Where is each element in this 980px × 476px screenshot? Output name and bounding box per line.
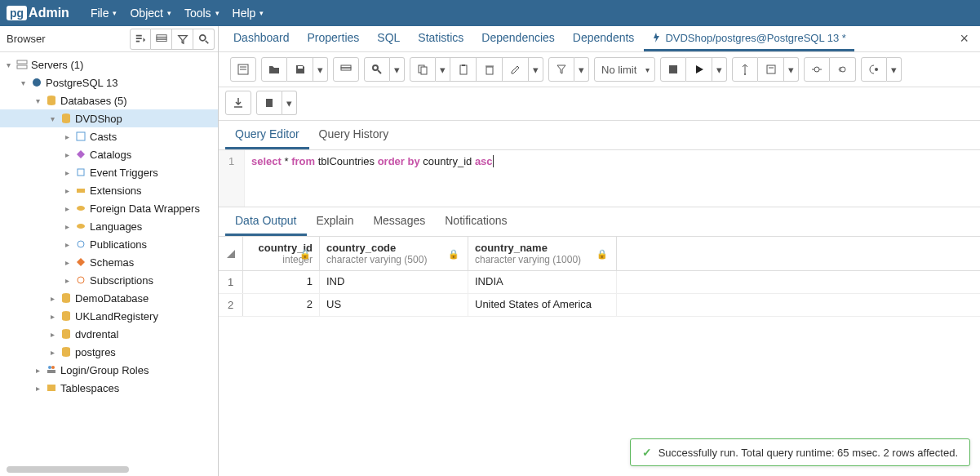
tree-servers[interactable]: ▾Servers (1) bbox=[0, 56, 218, 73]
tab-dependents[interactable]: Dependents bbox=[565, 26, 643, 51]
tree-dvdrental[interactable]: ▸dvdrental bbox=[0, 325, 218, 343]
tree-publications[interactable]: ▸Publications bbox=[0, 235, 218, 253]
search-icon[interactable] bbox=[193, 29, 215, 50]
tree-databases[interactable]: ▾Databases (5) bbox=[0, 91, 218, 109]
servers-icon bbox=[16, 58, 29, 71]
tree-login-roles[interactable]: ▸Login/Group Roles bbox=[0, 361, 218, 379]
clear-dropdown-icon[interactable]: ▾ bbox=[282, 91, 297, 115]
top-menubar: pg Admin File Object Tools Help bbox=[0, 0, 980, 26]
tab-dependencies[interactable]: Dependencies bbox=[473, 26, 563, 51]
svg-point-16 bbox=[78, 277, 84, 283]
delete-icon[interactable] bbox=[477, 57, 503, 82]
col-country-name[interactable]: country_namecharacter varying (1000)🔒 bbox=[468, 237, 617, 270]
tree-postgresdb[interactable]: ▸postgres bbox=[0, 343, 218, 361]
filter-dropdown-icon[interactable]: ▾ bbox=[574, 57, 589, 82]
find-dropdown-icon[interactable]: ▾ bbox=[390, 57, 405, 82]
tab-notifications[interactable]: Notifications bbox=[435, 207, 517, 236]
view-data-icon[interactable] bbox=[151, 29, 172, 50]
tree-ukland[interactable]: ▸UKLandRegistery bbox=[0, 307, 218, 325]
find-icon[interactable] bbox=[364, 57, 390, 82]
tab-explain[interactable]: Explain bbox=[307, 207, 364, 236]
close-tab-icon[interactable]: × bbox=[955, 30, 973, 47]
tree-catalogs[interactable]: ▸Catalogs bbox=[0, 145, 218, 163]
copy-sql-icon[interactable] bbox=[333, 57, 359, 82]
tree-event-triggers[interactable]: ▸Event Triggers bbox=[0, 163, 218, 181]
explain-analyze-icon[interactable] bbox=[758, 57, 784, 82]
save-icon[interactable] bbox=[287, 57, 313, 82]
menu-tools[interactable]: Tools bbox=[178, 3, 226, 23]
stop-icon[interactable] bbox=[660, 57, 686, 82]
col-country-id[interactable]: country_idinteger🔒 bbox=[243, 237, 320, 270]
sql-code[interactable]: select * from tblCountries order by coun… bbox=[245, 150, 980, 207]
limit-select[interactable]: No limit bbox=[594, 57, 655, 82]
elephant-icon bbox=[30, 76, 43, 89]
svg-point-3 bbox=[199, 34, 205, 40]
macros-dropdown-icon[interactable]: ▾ bbox=[887, 57, 902, 82]
tree-tablespaces[interactable]: ▸Tablespaces bbox=[0, 379, 218, 397]
tree-demodb[interactable]: ▸DemoDatabase bbox=[0, 289, 218, 307]
commit-icon[interactable] bbox=[804, 57, 830, 82]
tab-dashboard[interactable]: Dashboard bbox=[225, 26, 298, 51]
tab-statistics[interactable]: Statistics bbox=[410, 26, 472, 51]
table-row[interactable]: 1 1 IND INDIA bbox=[219, 271, 980, 294]
tab-messages[interactable]: Messages bbox=[363, 207, 435, 236]
macros-icon[interactable] bbox=[861, 57, 887, 82]
execute-icon[interactable] bbox=[686, 57, 712, 82]
copy-icon[interactable] bbox=[410, 57, 436, 82]
tree-pg13[interactable]: ▾PostgreSQL 13 bbox=[0, 73, 218, 91]
rollback-icon[interactable] bbox=[830, 57, 856, 82]
scrollbar[interactable] bbox=[7, 466, 129, 473]
edit-icon[interactable] bbox=[503, 57, 529, 82]
database-icon bbox=[60, 345, 73, 358]
object-tree[interactable]: ▾Servers (1) ▾PostgreSQL 13 ▾Databases (… bbox=[0, 52, 218, 476]
execute-dropdown-icon[interactable]: ▾ bbox=[712, 57, 727, 82]
clear-icon[interactable] bbox=[256, 91, 282, 115]
svg-rect-11 bbox=[78, 169, 84, 176]
tab-data-output[interactable]: Data Output bbox=[225, 207, 307, 236]
status-message: Successfully run. Total query runtime: 6… bbox=[659, 447, 958, 459]
download-icon[interactable] bbox=[225, 91, 251, 115]
svg-point-43 bbox=[814, 67, 819, 72]
explain-icon[interactable] bbox=[732, 57, 758, 82]
copy-dropdown-icon[interactable]: ▾ bbox=[436, 57, 450, 82]
tree-fdw[interactable]: ▸Foreign Data Wrappers bbox=[0, 199, 218, 217]
col-country-code[interactable]: country_codecharacter varying (500)🔒 bbox=[320, 237, 468, 270]
filter-icon[interactable] bbox=[548, 57, 574, 82]
tab-query-editor[interactable]: Query Editor bbox=[225, 121, 309, 149]
tree-subscriptions[interactable]: ▸Subscriptions bbox=[0, 271, 218, 289]
corner-cell[interactable] bbox=[219, 237, 243, 270]
tab-query-tool[interactable]: DVDShop/postgres@PostgreSQL 13 * bbox=[644, 27, 854, 51]
edit-dropdown-icon[interactable]: ▾ bbox=[529, 57, 543, 82]
tree-dvdshop[interactable]: ▾DVDShop bbox=[0, 109, 218, 127]
tab-query-history[interactable]: Query History bbox=[309, 121, 399, 149]
tab-sql[interactable]: SQL bbox=[369, 26, 408, 51]
svg-rect-41 bbox=[767, 65, 775, 73]
menu-file[interactable]: File bbox=[84, 3, 124, 23]
menu-help[interactable]: Help bbox=[226, 3, 271, 23]
query-tool-icon[interactable] bbox=[130, 29, 151, 50]
explain-dropdown-icon[interactable]: ▾ bbox=[784, 57, 799, 82]
menu-object[interactable]: Object bbox=[123, 3, 177, 23]
paste-icon[interactable] bbox=[450, 57, 477, 82]
scratch-pad-icon[interactable] bbox=[230, 57, 256, 82]
filter-rows-icon[interactable] bbox=[172, 29, 193, 50]
svg-rect-36 bbox=[462, 65, 465, 66]
tree-schemas[interactable]: ▸Schemas bbox=[0, 253, 218, 271]
sql-editor[interactable]: 1 select * from tblCountries order by co… bbox=[219, 150, 980, 207]
tree-casts[interactable]: ▸Casts bbox=[0, 127, 218, 145]
database-icon bbox=[60, 327, 73, 340]
schemas-icon bbox=[74, 256, 87, 269]
tree-extensions[interactable]: ▸Extensions bbox=[0, 181, 218, 199]
catalogs-icon bbox=[74, 148, 87, 161]
table-row[interactable]: 2 2 US United States of America bbox=[219, 294, 980, 317]
svg-rect-23 bbox=[47, 370, 55, 373]
check-icon: ✓ bbox=[642, 446, 652, 459]
open-file-icon[interactable] bbox=[261, 57, 287, 82]
logo-icon: pg bbox=[7, 6, 27, 20]
save-dropdown-icon[interactable]: ▾ bbox=[313, 57, 328, 82]
tree-languages[interactable]: ▸Languages bbox=[0, 217, 218, 235]
tab-properties[interactable]: Properties bbox=[299, 26, 368, 51]
output-grid[interactable]: country_idinteger🔒 country_codecharacter… bbox=[219, 237, 980, 317]
browser-panel: Browser ▾Servers (1) ▾PostgreSQL 13 ▾Dat… bbox=[0, 26, 219, 476]
query-toolbar: ▾ ▾ ▾ ▾ ▾ No limit ▾ ▾ ▾ bbox=[219, 52, 980, 87]
